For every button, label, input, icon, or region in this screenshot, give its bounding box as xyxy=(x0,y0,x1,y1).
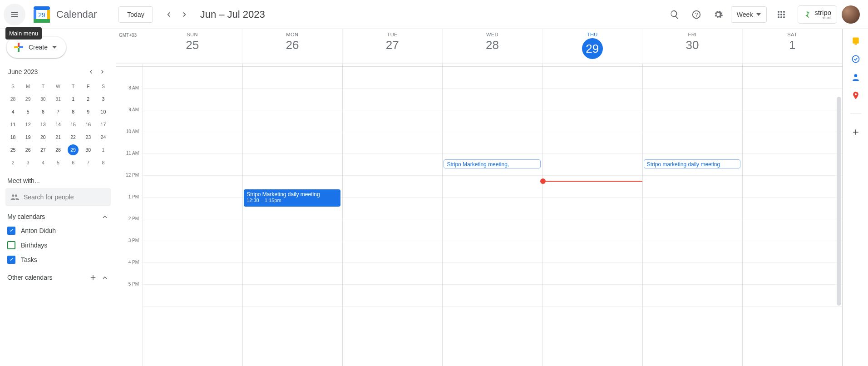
prev-week-button[interactable] xyxy=(161,7,176,22)
svg-point-12 xyxy=(780,14,782,15)
view-selector[interactable]: Week xyxy=(731,6,767,23)
day-column[interactable]: Stripo Marketing meeting, xyxy=(442,64,542,366)
keep-icon[interactable] xyxy=(851,36,860,45)
minical-day[interactable]: 15 xyxy=(66,118,81,131)
tasks-icon[interactable] xyxy=(851,54,860,64)
minical-day[interactable]: 6 xyxy=(66,156,81,169)
minical-day[interactable]: 19 xyxy=(20,131,35,143)
calendar-checkbox[interactable] xyxy=(7,256,15,264)
chevron-right-icon xyxy=(99,68,106,75)
minical-day[interactable]: 29 xyxy=(20,93,35,105)
day-column[interactable]: Stripo marketing daily meeting xyxy=(642,64,742,366)
next-week-button[interactable] xyxy=(178,7,192,22)
stripo-sublabel: email xyxy=(814,16,831,20)
support-button[interactable]: ? xyxy=(687,5,705,24)
calendar-item[interactable]: Tasks xyxy=(5,252,111,267)
calendar-item[interactable]: Anton Diduh xyxy=(5,223,111,238)
minical-day[interactable]: 8 xyxy=(66,105,81,118)
minical-day[interactable]: 1 xyxy=(66,93,81,105)
calendar-event[interactable]: Stripo marketing daily meeting xyxy=(644,159,740,168)
add-other-calendar[interactable] xyxy=(89,273,97,282)
svg-point-14 xyxy=(778,16,779,18)
day-header[interactable]: THU29 xyxy=(542,29,642,64)
minical-day[interactable]: 30 xyxy=(35,93,50,105)
minical-day[interactable]: 13 xyxy=(35,118,50,131)
date-range-label: Jun – Jul 2023 xyxy=(200,9,265,20)
minical-day[interactable]: 2 xyxy=(81,93,96,105)
settings-button[interactable] xyxy=(709,5,727,24)
calendar-item[interactable]: Birthdays xyxy=(5,238,111,252)
day-column[interactable] xyxy=(342,64,442,366)
minical-day[interactable]: 30 xyxy=(81,143,96,156)
minical-day[interactable]: 20 xyxy=(35,131,50,143)
minical-day[interactable]: 12 xyxy=(20,118,35,131)
calendar-checkbox[interactable] xyxy=(7,227,15,235)
day-header[interactable]: MON26 xyxy=(242,29,342,64)
minical-prev[interactable] xyxy=(85,66,96,77)
minical-day[interactable]: 26 xyxy=(20,143,35,156)
collapse-other-calendars[interactable] xyxy=(101,273,109,282)
day-header[interactable]: SAT1 xyxy=(742,29,842,64)
minical-day[interactable]: 7 xyxy=(81,156,96,169)
day-column[interactable]: Stripo Marketing daily meeting12:30 – 1:… xyxy=(242,64,342,366)
maps-icon[interactable] xyxy=(851,91,860,100)
get-addons[interactable] xyxy=(851,128,860,137)
minical-day[interactable]: 31 xyxy=(50,93,65,105)
minical-day[interactable]: 14 xyxy=(50,118,65,131)
contacts-icon[interactable] xyxy=(851,73,860,82)
minical-day[interactable]: 28 xyxy=(5,93,20,105)
day-of-week: WED xyxy=(443,32,542,37)
week-view: GMT+03 SUN25MON26TUE27WED28THU29FRI30SAT… xyxy=(116,29,843,366)
svg-rect-21 xyxy=(853,38,858,44)
scrollbar-thumb[interactable] xyxy=(837,97,841,306)
minical-day[interactable]: 1 xyxy=(96,143,111,156)
minical-day[interactable]: 11 xyxy=(5,118,20,131)
minical-day[interactable]: 8 xyxy=(96,156,111,169)
minical-day[interactable]: 24 xyxy=(96,131,111,143)
svg-rect-1 xyxy=(34,6,50,10)
calendar-checkbox[interactable] xyxy=(7,241,15,249)
minical-day[interactable]: 21 xyxy=(50,131,65,143)
day-column[interactable] xyxy=(742,64,842,366)
main-menu-button[interactable] xyxy=(4,4,25,25)
minical-next[interactable] xyxy=(97,66,108,77)
minical-day[interactable]: 22 xyxy=(66,131,81,143)
minical-day[interactable]: 27 xyxy=(35,143,50,156)
day-header[interactable]: SUN25 xyxy=(143,29,242,64)
calendar-event[interactable]: Stripo Marketing meeting, xyxy=(444,159,540,168)
minical-day[interactable]: 4 xyxy=(35,156,50,169)
search-people-input[interactable] xyxy=(24,193,106,201)
minical-day[interactable]: 5 xyxy=(20,105,35,118)
minical-day[interactable]: 16 xyxy=(81,118,96,131)
day-column[interactable] xyxy=(143,64,242,366)
collapse-my-calendars[interactable] xyxy=(101,213,109,221)
account-avatar[interactable] xyxy=(842,5,860,24)
minical-day[interactable]: 7 xyxy=(50,105,65,118)
minical-day[interactable]: 29 xyxy=(66,143,81,156)
scrollbar-track[interactable] xyxy=(837,97,841,361)
today-button[interactable]: Today xyxy=(118,6,153,23)
day-header[interactable]: FRI30 xyxy=(642,29,742,64)
minical-day[interactable]: 4 xyxy=(5,105,20,118)
create-button[interactable]: Create xyxy=(6,36,66,58)
stripo-extension[interactable]: stripo email xyxy=(798,5,837,24)
minical-day[interactable]: 3 xyxy=(96,93,111,105)
minical-day[interactable]: 25 xyxy=(5,143,20,156)
minical-day[interactable]: 17 xyxy=(96,118,111,131)
minical-day[interactable]: 9 xyxy=(81,105,96,118)
day-header[interactable]: WED28 xyxy=(442,29,542,64)
search-people-box[interactable] xyxy=(5,188,111,206)
minical-day[interactable]: 2 xyxy=(5,156,20,169)
minical-day[interactable]: 10 xyxy=(96,105,111,118)
calendar-event[interactable]: Stripo Marketing daily meeting12:30 – 1:… xyxy=(244,189,340,207)
minical-day[interactable]: 3 xyxy=(20,156,35,169)
day-column[interactable] xyxy=(542,64,642,366)
search-button[interactable] xyxy=(666,5,684,24)
minical-day[interactable]: 23 xyxy=(81,131,96,143)
minical-day[interactable]: 5 xyxy=(50,156,65,169)
day-header[interactable]: TUE27 xyxy=(342,29,442,64)
google-apps-button[interactable] xyxy=(772,5,790,24)
minical-day[interactable]: 18 xyxy=(5,131,20,143)
minical-day[interactable]: 28 xyxy=(50,143,65,156)
minical-day[interactable]: 6 xyxy=(35,105,50,118)
